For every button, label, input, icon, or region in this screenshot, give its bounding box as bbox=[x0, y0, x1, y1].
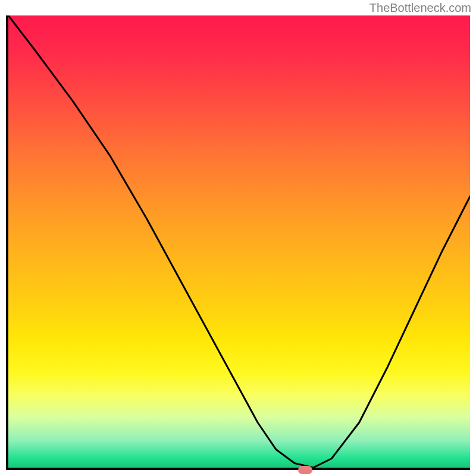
curve-svg bbox=[8, 15, 470, 468]
plot-area bbox=[6, 15, 470, 470]
bottleneck-curve-path bbox=[8, 15, 470, 468]
watermark-text: TheBottleneck.com bbox=[369, 1, 471, 15]
chart-container: TheBottleneck.com bbox=[0, 0, 476, 476]
optimal-marker bbox=[298, 466, 312, 474]
